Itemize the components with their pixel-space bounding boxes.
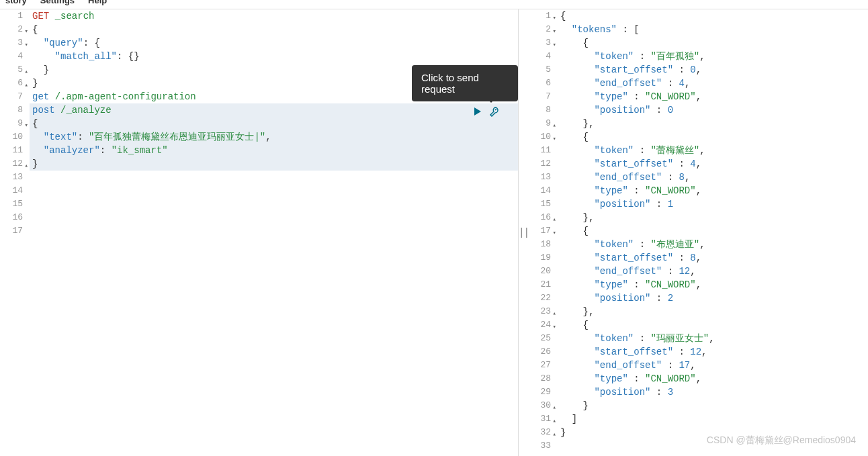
code-line[interactable]: "position" : 2 (558, 291, 868, 305)
code-line[interactable]: "token" : "蕾梅黛丝", (558, 144, 868, 157)
line-number: 11 (0, 144, 23, 157)
line-number: 4 (528, 50, 551, 63)
code-line[interactable]: }, (558, 305, 868, 318)
code-line[interactable]: "end_offset" : 17, (558, 359, 868, 372)
code-line[interactable]: { (558, 318, 868, 332)
code-line[interactable]: "type" : "CN_WORD", (558, 90, 868, 103)
fold-icon[interactable]: ▴ (25, 159, 28, 173)
code-line[interactable]: "type" : "CN_WORD", (558, 278, 868, 291)
line-number: 22 (528, 291, 551, 305)
pane-resize-handle[interactable]: || (519, 9, 528, 456)
code-line[interactable] (30, 224, 518, 238)
code-line[interactable]: { (558, 224, 868, 238)
code-line[interactable]: "start_offset" : 8, (558, 251, 868, 265)
fold-icon[interactable]: ▾ (553, 320, 556, 334)
code-line[interactable]: "query": { (30, 36, 518, 50)
code-line[interactable] (30, 211, 518, 224)
line-number: 1▾ (528, 9, 551, 23)
response-pane[interactable]: 1▾2▾3▾456789▴10▾111213141516▴17▾18192021… (528, 9, 868, 456)
code-line[interactable]: post /_analyze (30, 103, 518, 117)
wrench-icon[interactable] (488, 106, 499, 120)
line-number: 7 (528, 90, 551, 103)
code-line[interactable] (30, 184, 518, 197)
line-number: 19 (528, 251, 551, 265)
menu-bar: story Settings Help (0, 0, 868, 9)
line-number: 18 (528, 238, 551, 251)
line-number: 15 (0, 197, 23, 211)
code-line[interactable]: "tokens" : [ (558, 23, 868, 36)
line-number: 14 (0, 184, 23, 197)
line-number: 2▾ (0, 23, 23, 36)
code-line[interactable]: }, (558, 117, 868, 130)
code-line[interactable]: { (30, 117, 518, 130)
editor-gutter: 12▾3▾45▴6▴789▾101112▴1314151617 (0, 9, 30, 456)
line-number: 12 (528, 157, 551, 171)
line-number: 3▾ (528, 36, 551, 50)
code-line[interactable]: "end_offset" : 8, (558, 171, 868, 184)
fold-icon[interactable]: ▾ (553, 38, 556, 52)
line-number: 27 (528, 359, 551, 372)
code-line[interactable]: GET _search (30, 9, 518, 23)
line-number: 6 (528, 77, 551, 90)
send-request-tooltip: Click to send request (412, 65, 518, 101)
code-line[interactable]: "end_offset" : 4, (558, 77, 868, 90)
line-number: 16▴ (528, 211, 551, 224)
code-line[interactable]: }, (558, 211, 868, 224)
code-line[interactable]: { (30, 23, 518, 36)
code-line[interactable]: "type" : "CN_WORD", (558, 184, 868, 197)
fold-icon[interactable]: ▴ (553, 119, 556, 132)
line-number: 11 (528, 144, 551, 157)
code-line[interactable]: "position" : 1 (558, 197, 868, 211)
fold-icon[interactable]: ▴ (553, 307, 556, 320)
code-line[interactable]: "match_all": {} (30, 50, 518, 63)
code-line[interactable]: "position" : 3 (558, 385, 868, 399)
line-number: 33 (528, 439, 551, 453)
fold-icon[interactable]: ▾ (553, 25, 556, 38)
code-line[interactable]: "token" : "布恩迪亚", (558, 238, 868, 251)
code-line[interactable]: { (558, 36, 868, 50)
editor-pane[interactable]: 12▾3▾45▴6▴789▾101112▴1314151617 GET _sea… (0, 9, 519, 456)
line-number: 6▴ (0, 77, 23, 90)
code-line[interactable]: } (558, 399, 868, 412)
fold-icon[interactable]: ▾ (25, 38, 28, 52)
code-line[interactable]: "text": "百年孤独蕾梅黛丝布恩迪亚玛丽亚女士|", (30, 130, 518, 144)
menu-settings[interactable]: Settings (40, 0, 75, 5)
code-line[interactable]: "token" : "百年孤独", (558, 50, 868, 63)
fold-icon[interactable]: ▴ (553, 401, 556, 414)
fold-icon[interactable]: ▾ (553, 11, 556, 25)
menu-help[interactable]: Help (88, 0, 107, 5)
fold-icon[interactable]: ▾ (553, 226, 556, 240)
code-line[interactable]: "position" : 0 (558, 103, 868, 117)
code-line[interactable]: "type" : "CN_WORD", (558, 372, 868, 385)
line-number: 12▴ (0, 157, 23, 171)
code-line[interactable]: "start_offset" : 12, (558, 345, 868, 359)
code-line[interactable]: "start_offset" : 4, (558, 157, 868, 171)
line-number: 5▴ (0, 63, 23, 77)
code-line[interactable]: "start_offset" : 0, (558, 63, 868, 77)
line-number: 30▴ (528, 399, 551, 412)
fold-icon[interactable]: ▾ (25, 119, 28, 132)
code-line[interactable] (30, 171, 518, 184)
line-number: 28 (528, 372, 551, 385)
line-number: 17▾ (528, 224, 551, 238)
code-line[interactable]: { (558, 130, 868, 144)
fold-icon[interactable]: ▴ (553, 428, 556, 441)
fold-icon[interactable]: ▴ (553, 414, 556, 428)
code-line[interactable]: "end_offset" : 12, (558, 265, 868, 278)
fold-icon[interactable]: ▾ (553, 132, 556, 146)
fold-icon[interactable]: ▴ (25, 79, 28, 92)
code-line[interactable]: } (558, 426, 868, 439)
code-line[interactable] (30, 197, 518, 211)
fold-icon[interactable]: ▴ (553, 213, 556, 226)
code-line[interactable]: } (30, 157, 518, 171)
fold-icon[interactable]: ▴ (25, 65, 28, 79)
code-line[interactable]: ] (558, 412, 868, 426)
code-line[interactable]: "analyzer": "ik_smart" (30, 144, 518, 157)
line-number: 31▴ (528, 412, 551, 426)
code-line[interactable]: "token" : "玛丽亚女士", (558, 332, 868, 345)
code-line[interactable]: { (558, 9, 868, 23)
play-icon[interactable] (472, 106, 483, 120)
menu-history[interactable]: story (5, 0, 27, 5)
code-line[interactable] (558, 439, 868, 453)
fold-icon[interactable]: ▾ (25, 25, 28, 38)
